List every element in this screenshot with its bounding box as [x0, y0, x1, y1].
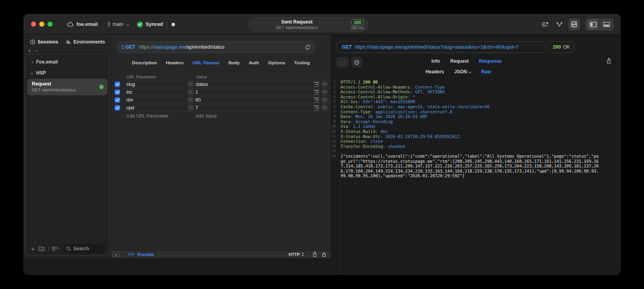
remove-param-icon[interactable]: [322, 89, 327, 95]
sync-status[interactable]: Synced: [137, 15, 163, 34]
split-arrows-icon[interactable]: [553, 18, 565, 30]
send-receive-icon[interactable]: [568, 18, 580, 30]
param-value-field[interactable]: 7: [195, 105, 198, 111]
request-queue-icon[interactable]: [539, 18, 551, 30]
method-selector[interactable]: GET: [121, 44, 135, 50]
response-line: 1HTTP/1.1 200 OK: [332, 80, 620, 85]
minimize-window-button[interactable]: [39, 22, 44, 27]
sort-list-icon[interactable]: [51, 244, 60, 253]
toggle-bottom-panel-icon[interactable]: [601, 19, 611, 29]
toggle-sidebar-icon[interactable]: [588, 19, 598, 29]
export-share-icon[interactable]: [606, 58, 611, 64]
line-number: 4: [332, 95, 338, 100]
param-options-icon[interactable]: [314, 82, 319, 87]
preview-label: Preview: [137, 252, 154, 257]
response-method-label: GET: [342, 44, 352, 50]
summary-subtitle: GET /api/embed/status: [249, 25, 345, 30]
request-tab-url-params[interactable]: URL Params: [193, 60, 219, 65]
param-value-field[interactable]: 60: [195, 97, 201, 103]
param-options-icon[interactable]: [314, 90, 319, 95]
response-subtab-json[interactable]: JSON: [454, 69, 471, 75]
response-tab-info[interactable]: Info: [431, 58, 440, 64]
raw-response-view: 1HTTP/1.1 200 OK2Access-Control-Allow-He…: [332, 80, 620, 274]
summary-title: Sent Request: [249, 19, 345, 25]
param-checkbox[interactable]: [115, 105, 120, 111]
request-tab-testing[interactable]: Testing: [294, 60, 310, 65]
method-label: GET: [125, 44, 135, 50]
response-line: 10Via: 1.1 Caddy: [332, 124, 620, 129]
tree-item-folder[interactable]: HSP: [26, 69, 109, 76]
response-line: 7Content-Type: application/json; charset…: [332, 109, 620, 115]
response-line: 3Access-Control-Allow-Methods: GET, OPTI…: [332, 89, 620, 95]
branch-selector[interactable]: main: [107, 15, 129, 34]
remove-param-icon[interactable]: [322, 105, 327, 110]
add-session-button[interactable]: +: [28, 47, 31, 54]
response-url-bar[interactable]: GET https://statuspage.me/api/embed/stat…: [337, 41, 546, 53]
chevron-down-icon: [126, 23, 129, 25]
lock-icon[interactable]: [322, 252, 326, 257]
collapse-panel-button[interactable]: ▲: [113, 252, 119, 257]
param-name-field[interactable]: slug: [126, 82, 135, 87]
sidebar-search[interactable]: [63, 244, 106, 253]
response-status-badge: 200 OK: [548, 41, 575, 53]
param-checkbox[interactable]: [115, 97, 120, 103]
toolbar-divider: [48, 246, 49, 251]
request-tab-options[interactable]: Options: [268, 60, 285, 65]
tab-environments[interactable]: Environments: [65, 39, 105, 45]
request-tabs: DescriptionHeadersURL ParamsBodyAuthOpti…: [111, 60, 331, 65]
remove-param-icon[interactable]: [322, 82, 327, 87]
param-name-field[interactable]: inc: [126, 89, 132, 95]
tree-item-group[interactable]: Foe.email: [26, 58, 109, 65]
request-summary-pill[interactable]: Sent Request GET /api/embed/status 200 2…: [248, 17, 368, 32]
param-value-field[interactable]: 1: [195, 89, 198, 95]
request-tab-description[interactable]: Description: [132, 60, 157, 65]
response-tab-request[interactable]: Request: [450, 58, 469, 64]
param-options-icon[interactable]: [314, 98, 319, 102]
request-tab-body[interactable]: Body: [228, 60, 240, 65]
line-number: 6: [332, 104, 338, 109]
param-name-field[interactable]: rtm: [126, 97, 133, 103]
tab-sessions[interactable]: Sessions: [30, 39, 58, 45]
titlebar: foe.email main Synced Sent Request GET /…: [24, 15, 620, 34]
line-number: 3: [332, 89, 338, 95]
param-checkbox[interactable]: [115, 82, 120, 87]
project-name: foe.email: [77, 22, 98, 27]
resend-icon[interactable]: [305, 44, 310, 50]
response-line: 15: [332, 149, 620, 154]
cloud-icon: [67, 22, 74, 27]
request-item-subtitle: GET /api/embed/status: [32, 87, 104, 93]
add-param-row[interactable]: Add URL Parameter Add Value: [111, 112, 331, 120]
share-icon[interactable]: [312, 251, 317, 257]
param-options-icon[interactable]: [314, 105, 319, 110]
column-header-name: URL Parameter: [126, 75, 156, 79]
line-number: 11: [332, 129, 338, 134]
tree-item-label: HSP: [36, 70, 46, 76]
add-param-value-placeholder[interactable]: Add Value: [195, 113, 217, 119]
new-folder-icon[interactable]: [37, 244, 46, 253]
protocol-selector[interactable]: HTTP: [288, 252, 304, 257]
request-tab-headers[interactable]: Headers: [166, 60, 184, 65]
response-tab-response[interactable]: Response: [479, 58, 501, 64]
param-checkbox[interactable]: [115, 89, 120, 95]
add-request-button[interactable]: +: [29, 244, 37, 253]
project-selector[interactable]: foe.email: [67, 15, 98, 34]
add-param-name-placeholder[interactable]: Add URL Parameter: [126, 113, 169, 119]
request-url: https://statuspage.me/api/embed/status: [139, 44, 224, 50]
request-list-item-selected[interactable]: Request GET /api/embed/status: [27, 79, 108, 95]
param-name-field[interactable]: upd: [126, 105, 134, 111]
preview-button[interactable]: </> Preview: [122, 251, 160, 258]
remove-session-button[interactable]: −: [35, 47, 38, 54]
sync-check-icon: [137, 22, 143, 27]
response-subtab-headers[interactable]: Headers: [425, 69, 444, 75]
search-input[interactable]: [73, 246, 102, 251]
equals-icon: =: [188, 89, 193, 95]
close-window-button[interactable]: [31, 22, 36, 27]
param-value-field[interactable]: status: [195, 82, 208, 87]
request-url-bar[interactable]: GET https://statuspage.me/api/embed/stat…: [117, 41, 315, 53]
remove-param-icon[interactable]: [322, 97, 327, 102]
response-line: 9Vary: Accept-Encoding: [332, 119, 620, 124]
request-tab-auth[interactable]: Auth: [249, 60, 259, 65]
response-subtab-raw[interactable]: Raw: [481, 69, 491, 75]
zoom-window-button[interactable]: [47, 22, 53, 27]
url-params-table: URL Parameter Value slug=statusinc=1rtm=…: [111, 74, 331, 120]
